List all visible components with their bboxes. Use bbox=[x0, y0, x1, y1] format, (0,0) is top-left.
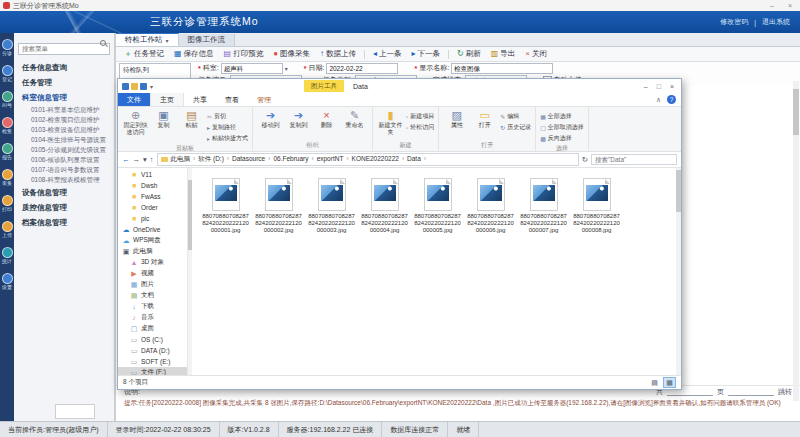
scrollbar-thumb[interactable] bbox=[676, 170, 681, 212]
tree-item[interactable]: ■ Order bbox=[118, 202, 187, 213]
file-item[interactable]: 8807088070828782420220222120000001.jpg bbox=[202, 178, 249, 234]
toolbar-button[interactable]: ▦ 保存信息 bbox=[169, 49, 219, 59]
sidebar-menu-item[interactable]: 任务管理 bbox=[14, 75, 114, 90]
rail-item[interactable]: 上传 bbox=[2, 221, 13, 238]
ribbon-small-button[interactable]: ↻ 历史记录 bbox=[500, 123, 531, 132]
sidebar-menu-item[interactable]: 科室信息管理 bbox=[14, 90, 114, 105]
files-scrollbar[interactable] bbox=[676, 168, 681, 375]
quick-access-icon[interactable] bbox=[140, 83, 147, 90]
breadcrumb-segment[interactable]: 软件 (D:) bbox=[198, 155, 232, 162]
tree-item[interactable]: ☁ WPS网盘 bbox=[118, 235, 187, 246]
ribbon-tab-home[interactable]: 主页 bbox=[150, 93, 184, 106]
sidebar-menu-item[interactable]: 任务信息查询 bbox=[14, 60, 114, 75]
pager-page-input[interactable] bbox=[728, 387, 774, 396]
ribbon-tab-share[interactable]: 共享 bbox=[184, 93, 216, 106]
toolbar-button[interactable] bbox=[448, 50, 449, 59]
tree-item[interactable]: ▭ 文件 (F:) bbox=[118, 367, 187, 375]
sidebar-menu-item[interactable]: 0105-分诊规则优先级设置 bbox=[14, 145, 114, 155]
qat-caret-icon[interactable]: ▾ bbox=[150, 83, 153, 90]
breadcrumb-segment[interactable]: 06.February bbox=[273, 155, 316, 162]
file-item[interactable]: 8807088070828782420220222120000006.jpg bbox=[467, 178, 514, 234]
pager-goto-button[interactable]: 跳转 bbox=[778, 387, 792, 397]
tree-item[interactable]: ▭ SOFT (E:) bbox=[118, 356, 187, 367]
rail-item[interactable]: 统计 bbox=[2, 247, 13, 264]
ribbon-button[interactable]: ⊕ 固定到快速访问 bbox=[122, 109, 149, 135]
tree-item[interactable]: ▢ 桌面 bbox=[118, 323, 187, 334]
help-icon[interactable]: ? bbox=[667, 95, 676, 104]
minimize-button[interactable]: – bbox=[770, 2, 774, 9]
tree-item[interactable]: ■ V11 bbox=[118, 169, 187, 180]
sidebar-menu-item[interactable]: 0108-科室报表模板管理 bbox=[14, 175, 114, 185]
file-item[interactable]: 8807088070828782420220222120000004.jpg bbox=[361, 178, 408, 234]
file-item[interactable]: 8807088070828782420220222120000003.jpg bbox=[308, 178, 355, 234]
file-item[interactable]: 8807088070828782420220222120000008.jpg bbox=[573, 178, 620, 234]
ribbon-button[interactable]: ➔ 复制到 bbox=[285, 109, 312, 129]
explorer-minimize-button[interactable]: – bbox=[644, 83, 648, 90]
toolbar-button[interactable] bbox=[364, 50, 365, 59]
address-breadcrumb[interactable]: 此电脑软件 (D:)Datasource06.FebruaryexportNTK… bbox=[157, 153, 579, 166]
ribbon-button[interactable]: × 删除 bbox=[313, 109, 340, 129]
explorer-close-button[interactable]: × bbox=[670, 83, 674, 90]
ribbon-small-button[interactable]: ▸ 复制路径 bbox=[207, 123, 248, 132]
explorer-maximize-button[interactable]: □ bbox=[657, 83, 661, 90]
tree-item[interactable]: ▭ OS (C:) bbox=[118, 334, 187, 345]
back-icon[interactable]: ← bbox=[122, 155, 130, 164]
ribbon-small-button[interactable]: ✂ 剪切 bbox=[207, 112, 248, 121]
ribbon-tab-view[interactable]: 查看 bbox=[216, 93, 248, 106]
tree-item[interactable]: ▦ 图片 bbox=[118, 279, 187, 290]
breadcrumb-segment[interactable]: KONE20220222 bbox=[352, 155, 408, 162]
close-button[interactable]: × bbox=[788, 2, 792, 9]
ribbon-button[interactable]: ▮ 新建文件夹 bbox=[377, 109, 404, 135]
breadcrumb-segment[interactable]: exportNT bbox=[317, 155, 352, 162]
ribbon-small-button[interactable]: ▩ 反向选择 bbox=[540, 134, 584, 143]
sidebar-menu-item[interactable]: 0103-检查设备信息维护 bbox=[14, 125, 114, 135]
toolbar-button[interactable]: ◂ 上一条 bbox=[368, 49, 407, 59]
ribbon-collapse-icon[interactable]: ∧ bbox=[656, 96, 661, 104]
view-list-toggle[interactable]: ▤ bbox=[648, 377, 661, 388]
rail-item[interactable]: 采集 bbox=[2, 169, 13, 186]
scrollbar-thumb[interactable] bbox=[793, 89, 799, 135]
toolbar-button[interactable]: ＋ 任务登记 bbox=[119, 49, 169, 59]
toolbar-button[interactable]: × 关闭 bbox=[520, 49, 552, 59]
file-item[interactable]: 8807088070828782420220222120000002.jpg bbox=[255, 178, 302, 234]
ribbon-small-button[interactable]: ▫ 轻松访问 bbox=[406, 123, 434, 132]
rail-item[interactable]: 分诊 bbox=[2, 39, 13, 56]
quick-access-icon[interactable] bbox=[122, 83, 129, 90]
sidebar-menu-item[interactable]: 0106-候诊队列显示设置 bbox=[14, 155, 114, 165]
quick-access-icon[interactable] bbox=[131, 83, 138, 90]
ribbon-button[interactable]: ➔ 移动到 bbox=[257, 109, 284, 129]
ribbon-button[interactable]: ✎ 重命名 bbox=[341, 109, 368, 129]
ribbon-small-button[interactable]: ✎ 编辑 bbox=[500, 112, 531, 121]
rail-item[interactable]: 叫号 bbox=[2, 91, 13, 108]
tree-item[interactable]: ↓ 下载 bbox=[118, 301, 187, 312]
history-dropdown-icon[interactable]: ▾ bbox=[143, 155, 147, 164]
rail-item[interactable]: 打印 bbox=[2, 195, 13, 212]
tree-item[interactable]: ■ pic bbox=[118, 213, 187, 224]
toolbar-button[interactable]: ↻ 刷新 bbox=[452, 49, 486, 59]
rail-item[interactable]: 设置 bbox=[2, 273, 13, 290]
change-password-link[interactable]: 修改密码 bbox=[720, 17, 748, 27]
tab-image-workflow[interactable]: 图像工作流 bbox=[179, 34, 236, 46]
ribbon-small-button[interactable]: ▦ 全部选择 bbox=[540, 112, 584, 121]
ribbon-small-button[interactable]: ▢ 全部取消选择 bbox=[540, 123, 584, 132]
tree-item[interactable]: ♪ 音乐 bbox=[118, 312, 187, 323]
tree-item[interactable]: ▣ 此电脑 bbox=[118, 246, 187, 257]
toolbar-button[interactable]: ● 图像采集 bbox=[268, 49, 315, 59]
tab-workstation[interactable]: 特检工作站 ▾ bbox=[116, 33, 179, 46]
display-name-field[interactable]: 检查图像 bbox=[451, 63, 553, 74]
sidebar-search-input[interactable] bbox=[18, 43, 110, 55]
tree-item[interactable]: ▤ 文档 bbox=[118, 290, 187, 301]
department-select[interactable]: 超声科 bbox=[221, 63, 283, 74]
ribbon-tab-manage[interactable]: 管理 bbox=[248, 93, 280, 106]
file-item[interactable]: 8807088070828782420220222120000005.jpg bbox=[414, 178, 461, 234]
ribbon-button[interactable]: ▨ 属性 bbox=[443, 109, 470, 129]
breadcrumb-segment[interactable]: Data bbox=[407, 155, 429, 162]
view-thumbnails-toggle[interactable]: ▦ bbox=[663, 377, 676, 388]
ribbon-small-button[interactable]: ▸ 粘贴快捷方式 bbox=[207, 134, 248, 143]
tree-item[interactable]: ▶ 视频 bbox=[118, 268, 187, 279]
main-scrollbar[interactable] bbox=[793, 81, 799, 401]
rail-item[interactable]: 登记 bbox=[2, 65, 13, 82]
ribbon-small-button[interactable]: ▫ 新建项目 bbox=[406, 112, 434, 121]
tree-item[interactable]: ☁ OneDrive bbox=[118, 224, 187, 235]
ribbon-button[interactable]: ▤ 粘贴 bbox=[178, 109, 205, 135]
